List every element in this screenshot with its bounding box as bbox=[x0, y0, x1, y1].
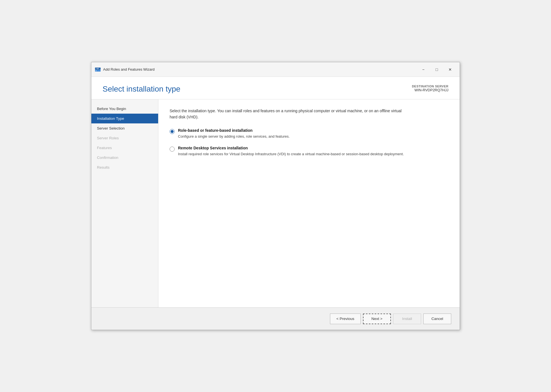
next-button[interactable]: Next > bbox=[363, 314, 391, 324]
content-area: Select the installation type. You can in… bbox=[158, 99, 460, 307]
destination-label: DESTINATION SERVER bbox=[412, 85, 448, 88]
installation-options: Role-based or feature-based installation… bbox=[170, 128, 448, 157]
svg-rect-2 bbox=[96, 68, 96, 69]
option-remote-desktop: Remote Desktop Services installation Ins… bbox=[170, 146, 448, 157]
option-role-based-desc: Configure a single server by adding role… bbox=[178, 134, 290, 139]
app-icon bbox=[95, 66, 101, 73]
window-title: Add Roles and Features Wizard bbox=[103, 67, 417, 71]
svg-rect-3 bbox=[96, 70, 96, 71]
cancel-button[interactable]: Cancel bbox=[423, 314, 451, 324]
radio-role-based[interactable] bbox=[170, 129, 175, 134]
sidebar-item-before-you-begin[interactable]: Before You Begin bbox=[91, 104, 158, 114]
close-button[interactable]: ✕ bbox=[444, 65, 456, 74]
page-header: Select installation type DESTINATION SER… bbox=[91, 77, 460, 99]
wizard-window: Add Roles and Features Wizard − □ ✕ Sele… bbox=[91, 62, 460, 330]
server-name: WIN-RVDP2RQ7HJJ bbox=[412, 88, 448, 92]
install-button: Install bbox=[393, 314, 421, 324]
sidebar-item-features: Features bbox=[91, 143, 158, 153]
main-content: Before You Begin Installation Type Serve… bbox=[91, 99, 460, 307]
sidebar: Before You Begin Installation Type Serve… bbox=[91, 99, 158, 307]
sidebar-item-server-roles: Server Roles bbox=[91, 133, 158, 143]
sidebar-item-server-selection[interactable]: Server Selection bbox=[91, 123, 158, 133]
option-remote-desktop-desc: Install required role services for Virtu… bbox=[178, 151, 404, 157]
footer: < Previous Next > Install Cancel bbox=[91, 307, 460, 330]
radio-remote-desktop[interactable] bbox=[170, 147, 175, 152]
page-title: Select installation type bbox=[103, 85, 180, 94]
window-controls: − □ ✕ bbox=[417, 65, 456, 74]
option-role-based: Role-based or feature-based installation… bbox=[170, 128, 448, 139]
option-remote-desktop-label: Remote Desktop Services installation bbox=[178, 146, 404, 150]
sidebar-item-results: Results bbox=[91, 162, 158, 172]
destination-server-info: DESTINATION SERVER WIN-RVDP2RQ7HJJ bbox=[412, 85, 448, 92]
description-text: Select the installation type. You can in… bbox=[170, 108, 410, 120]
minimize-button[interactable]: − bbox=[417, 65, 429, 74]
previous-button[interactable]: < Previous bbox=[330, 314, 361, 324]
option-role-based-label: Role-based or feature-based installation bbox=[178, 128, 290, 133]
svg-rect-4 bbox=[97, 68, 99, 68]
title-bar: Add Roles and Features Wizard − □ ✕ bbox=[91, 62, 460, 77]
sidebar-item-installation-type[interactable]: Installation Type bbox=[91, 114, 158, 123]
svg-rect-5 bbox=[97, 69, 98, 69]
maximize-button[interactable]: □ bbox=[431, 65, 443, 74]
sidebar-item-confirmation: Confirmation bbox=[91, 153, 158, 162]
